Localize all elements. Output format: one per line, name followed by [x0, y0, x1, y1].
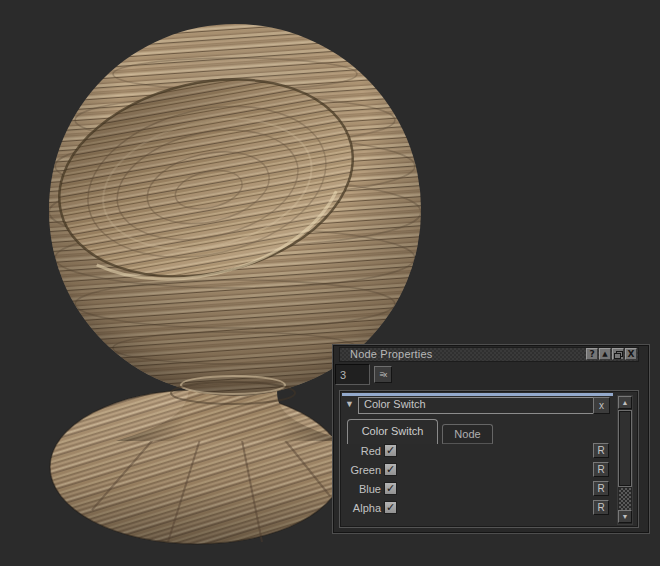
channel-row-alpha: Alpha ✓ R	[340, 501, 613, 516]
node-properties-panel: Node Properties ? ▲ X ≡x ▼ Color Switch …	[332, 344, 650, 534]
scroll-up-icon[interactable]: ▲	[618, 396, 632, 409]
node-name-field[interactable]: Color Switch	[358, 397, 602, 414]
red-reset-button[interactable]: R	[593, 443, 609, 458]
scrollbar-thumb[interactable]	[618, 410, 632, 487]
close-icon[interactable]: X	[625, 348, 637, 360]
remove-node-button[interactable]: x	[593, 397, 610, 414]
channel-row-blue: Blue ✓ R	[340, 482, 613, 497]
titlebar-buttons: ? ▲ X	[586, 348, 637, 361]
collapse-arrow-icon[interactable]: ▼	[345, 399, 354, 409]
scrollbar-track[interactable]	[619, 488, 631, 510]
tab-node[interactable]: Node	[442, 424, 493, 444]
alpha-reset-button[interactable]: R	[593, 500, 609, 515]
blue-checkbox[interactable]: ✓	[384, 482, 397, 495]
restore-icon[interactable]	[612, 348, 624, 360]
app-root: { "colors": { "background": "#2b2b2b", "…	[0, 0, 660, 566]
channel-row-green: Green ✓ R	[340, 463, 613, 478]
green-reset-button[interactable]: R	[593, 462, 609, 477]
tab-color-switch[interactable]: Color Switch	[347, 419, 438, 444]
channel-label: Blue	[340, 483, 381, 495]
node-count-input[interactable]	[335, 364, 370, 385]
clear-nodes-button[interactable]: ≡x	[374, 366, 392, 383]
alpha-checkbox[interactable]: ✓	[384, 501, 397, 514]
panel-title: Node Properties	[350, 348, 433, 361]
channel-label: Alpha	[340, 502, 381, 514]
help-icon[interactable]: ?	[586, 348, 598, 360]
section-scrollbar: ▲ ▼	[617, 395, 633, 525]
rollup-icon[interactable]: ▲	[599, 348, 611, 360]
red-checkbox[interactable]: ✓	[384, 444, 397, 457]
panel-titlebar[interactable]: Node Properties ? ▲ X	[339, 347, 639, 362]
blue-reset-button[interactable]: R	[593, 481, 609, 496]
node-list-section: ▼ Color Switch x Color Switch Node Red ✓…	[339, 390, 639, 528]
channel-row-red: Red ✓ R	[340, 444, 613, 459]
selection-highlight-bar	[342, 393, 613, 396]
green-checkbox[interactable]: ✓	[384, 463, 397, 476]
channel-label: Green	[340, 464, 381, 476]
channel-label: Red	[340, 445, 381, 457]
scroll-down-icon[interactable]: ▼	[618, 510, 632, 523]
